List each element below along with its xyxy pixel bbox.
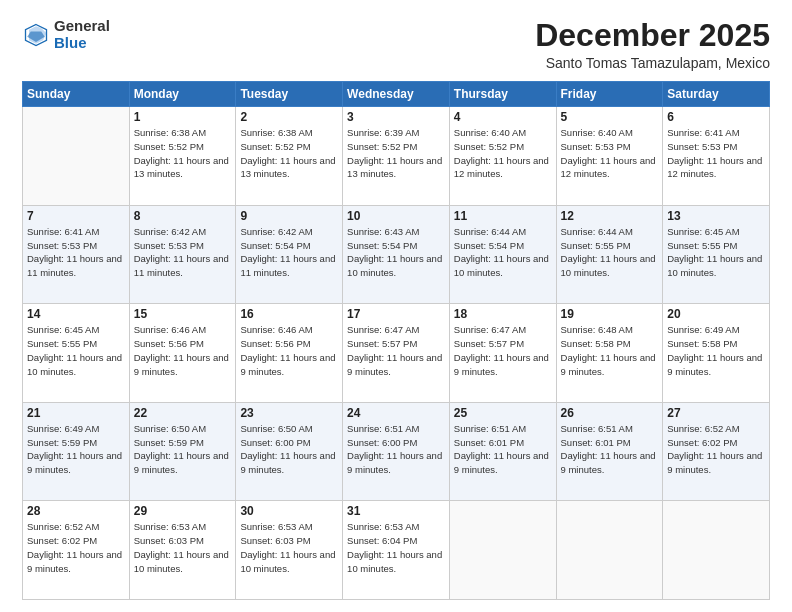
sun-info: Sunrise: 6:50 AM Sunset: 6:00 PM Dayligh…	[240, 422, 338, 477]
calendar-cell	[449, 501, 556, 600]
sun-info: Sunrise: 6:49 AM Sunset: 5:58 PM Dayligh…	[667, 323, 765, 378]
calendar-cell: 18Sunrise: 6:47 AM Sunset: 5:57 PM Dayli…	[449, 304, 556, 403]
calendar-cell: 11Sunrise: 6:44 AM Sunset: 5:54 PM Dayli…	[449, 205, 556, 304]
calendar-cell: 1Sunrise: 6:38 AM Sunset: 5:52 PM Daylig…	[129, 107, 236, 206]
calendar-table: Sunday Monday Tuesday Wednesday Thursday…	[22, 81, 770, 600]
sun-info: Sunrise: 6:51 AM Sunset: 6:01 PM Dayligh…	[561, 422, 659, 477]
sun-info: Sunrise: 6:40 AM Sunset: 5:53 PM Dayligh…	[561, 126, 659, 181]
day-number: 21	[27, 406, 125, 420]
calendar-week-row: 21Sunrise: 6:49 AM Sunset: 5:59 PM Dayli…	[23, 402, 770, 501]
calendar-cell: 13Sunrise: 6:45 AM Sunset: 5:55 PM Dayli…	[663, 205, 770, 304]
logo-text: General Blue	[54, 18, 110, 51]
sun-info: Sunrise: 6:42 AM Sunset: 5:53 PM Dayligh…	[134, 225, 232, 280]
day-number: 10	[347, 209, 445, 223]
calendar-cell: 2Sunrise: 6:38 AM Sunset: 5:52 PM Daylig…	[236, 107, 343, 206]
calendar-cell	[556, 501, 663, 600]
header-tuesday: Tuesday	[236, 82, 343, 107]
sun-info: Sunrise: 6:38 AM Sunset: 5:52 PM Dayligh…	[134, 126, 232, 181]
day-number: 9	[240, 209, 338, 223]
sun-info: Sunrise: 6:51 AM Sunset: 6:00 PM Dayligh…	[347, 422, 445, 477]
calendar-cell: 4Sunrise: 6:40 AM Sunset: 5:52 PM Daylig…	[449, 107, 556, 206]
day-number: 6	[667, 110, 765, 124]
sun-info: Sunrise: 6:44 AM Sunset: 5:55 PM Dayligh…	[561, 225, 659, 280]
calendar-cell: 24Sunrise: 6:51 AM Sunset: 6:00 PM Dayli…	[343, 402, 450, 501]
logo: General Blue	[22, 18, 110, 51]
day-number: 1	[134, 110, 232, 124]
day-number: 19	[561, 307, 659, 321]
sun-info: Sunrise: 6:38 AM Sunset: 5:52 PM Dayligh…	[240, 126, 338, 181]
day-number: 27	[667, 406, 765, 420]
day-number: 26	[561, 406, 659, 420]
sun-info: Sunrise: 6:45 AM Sunset: 5:55 PM Dayligh…	[27, 323, 125, 378]
sun-info: Sunrise: 6:41 AM Sunset: 5:53 PM Dayligh…	[667, 126, 765, 181]
calendar-cell: 26Sunrise: 6:51 AM Sunset: 6:01 PM Dayli…	[556, 402, 663, 501]
sun-info: Sunrise: 6:39 AM Sunset: 5:52 PM Dayligh…	[347, 126, 445, 181]
calendar-cell: 8Sunrise: 6:42 AM Sunset: 5:53 PM Daylig…	[129, 205, 236, 304]
sun-info: Sunrise: 6:41 AM Sunset: 5:53 PM Dayligh…	[27, 225, 125, 280]
calendar-cell: 28Sunrise: 6:52 AM Sunset: 6:02 PM Dayli…	[23, 501, 130, 600]
sun-info: Sunrise: 6:46 AM Sunset: 5:56 PM Dayligh…	[240, 323, 338, 378]
calendar-cell: 29Sunrise: 6:53 AM Sunset: 6:03 PM Dayli…	[129, 501, 236, 600]
calendar-week-row: 28Sunrise: 6:52 AM Sunset: 6:02 PM Dayli…	[23, 501, 770, 600]
sun-info: Sunrise: 6:47 AM Sunset: 5:57 PM Dayligh…	[347, 323, 445, 378]
sun-info: Sunrise: 6:52 AM Sunset: 6:02 PM Dayligh…	[667, 422, 765, 477]
day-number: 12	[561, 209, 659, 223]
sun-info: Sunrise: 6:53 AM Sunset: 6:03 PM Dayligh…	[134, 520, 232, 575]
sun-info: Sunrise: 6:43 AM Sunset: 5:54 PM Dayligh…	[347, 225, 445, 280]
sun-info: Sunrise: 6:45 AM Sunset: 5:55 PM Dayligh…	[667, 225, 765, 280]
day-number: 8	[134, 209, 232, 223]
calendar-cell: 12Sunrise: 6:44 AM Sunset: 5:55 PM Dayli…	[556, 205, 663, 304]
day-number: 29	[134, 504, 232, 518]
header-wednesday: Wednesday	[343, 82, 450, 107]
day-number: 17	[347, 307, 445, 321]
day-number: 31	[347, 504, 445, 518]
day-number: 25	[454, 406, 552, 420]
sun-info: Sunrise: 6:49 AM Sunset: 5:59 PM Dayligh…	[27, 422, 125, 477]
calendar-cell: 23Sunrise: 6:50 AM Sunset: 6:00 PM Dayli…	[236, 402, 343, 501]
day-number: 11	[454, 209, 552, 223]
day-number: 15	[134, 307, 232, 321]
day-number: 23	[240, 406, 338, 420]
calendar-week-row: 1Sunrise: 6:38 AM Sunset: 5:52 PM Daylig…	[23, 107, 770, 206]
header-monday: Monday	[129, 82, 236, 107]
calendar-week-row: 7Sunrise: 6:41 AM Sunset: 5:53 PM Daylig…	[23, 205, 770, 304]
calendar-cell: 10Sunrise: 6:43 AM Sunset: 5:54 PM Dayli…	[343, 205, 450, 304]
calendar-header-row: Sunday Monday Tuesday Wednesday Thursday…	[23, 82, 770, 107]
calendar-cell	[23, 107, 130, 206]
calendar-cell: 27Sunrise: 6:52 AM Sunset: 6:02 PM Dayli…	[663, 402, 770, 501]
sun-info: Sunrise: 6:50 AM Sunset: 5:59 PM Dayligh…	[134, 422, 232, 477]
calendar-cell: 9Sunrise: 6:42 AM Sunset: 5:54 PM Daylig…	[236, 205, 343, 304]
month-title: December 2025	[535, 18, 770, 53]
location-title: Santo Tomas Tamazulapam, Mexico	[535, 55, 770, 71]
day-number: 2	[240, 110, 338, 124]
calendar-cell: 22Sunrise: 6:50 AM Sunset: 5:59 PM Dayli…	[129, 402, 236, 501]
page-header: General Blue December 2025 Santo Tomas T…	[22, 18, 770, 71]
sun-info: Sunrise: 6:53 AM Sunset: 6:03 PM Dayligh…	[240, 520, 338, 575]
day-number: 5	[561, 110, 659, 124]
calendar-cell: 21Sunrise: 6:49 AM Sunset: 5:59 PM Dayli…	[23, 402, 130, 501]
day-number: 24	[347, 406, 445, 420]
sun-info: Sunrise: 6:46 AM Sunset: 5:56 PM Dayligh…	[134, 323, 232, 378]
sun-info: Sunrise: 6:47 AM Sunset: 5:57 PM Dayligh…	[454, 323, 552, 378]
day-number: 7	[27, 209, 125, 223]
header-saturday: Saturday	[663, 82, 770, 107]
title-area: December 2025 Santo Tomas Tamazulapam, M…	[535, 18, 770, 71]
calendar-cell: 20Sunrise: 6:49 AM Sunset: 5:58 PM Dayli…	[663, 304, 770, 403]
calendar-cell: 31Sunrise: 6:53 AM Sunset: 6:04 PM Dayli…	[343, 501, 450, 600]
day-number: 4	[454, 110, 552, 124]
calendar-cell: 19Sunrise: 6:48 AM Sunset: 5:58 PM Dayli…	[556, 304, 663, 403]
sun-info: Sunrise: 6:52 AM Sunset: 6:02 PM Dayligh…	[27, 520, 125, 575]
sun-info: Sunrise: 6:44 AM Sunset: 5:54 PM Dayligh…	[454, 225, 552, 280]
sun-info: Sunrise: 6:42 AM Sunset: 5:54 PM Dayligh…	[240, 225, 338, 280]
logo-general: General	[54, 18, 110, 35]
sun-info: Sunrise: 6:40 AM Sunset: 5:52 PM Dayligh…	[454, 126, 552, 181]
day-number: 14	[27, 307, 125, 321]
calendar-cell: 3Sunrise: 6:39 AM Sunset: 5:52 PM Daylig…	[343, 107, 450, 206]
sun-info: Sunrise: 6:53 AM Sunset: 6:04 PM Dayligh…	[347, 520, 445, 575]
header-sunday: Sunday	[23, 82, 130, 107]
sun-info: Sunrise: 6:51 AM Sunset: 6:01 PM Dayligh…	[454, 422, 552, 477]
header-friday: Friday	[556, 82, 663, 107]
day-number: 30	[240, 504, 338, 518]
calendar-page: General Blue December 2025 Santo Tomas T…	[0, 0, 792, 612]
calendar-cell: 5Sunrise: 6:40 AM Sunset: 5:53 PM Daylig…	[556, 107, 663, 206]
